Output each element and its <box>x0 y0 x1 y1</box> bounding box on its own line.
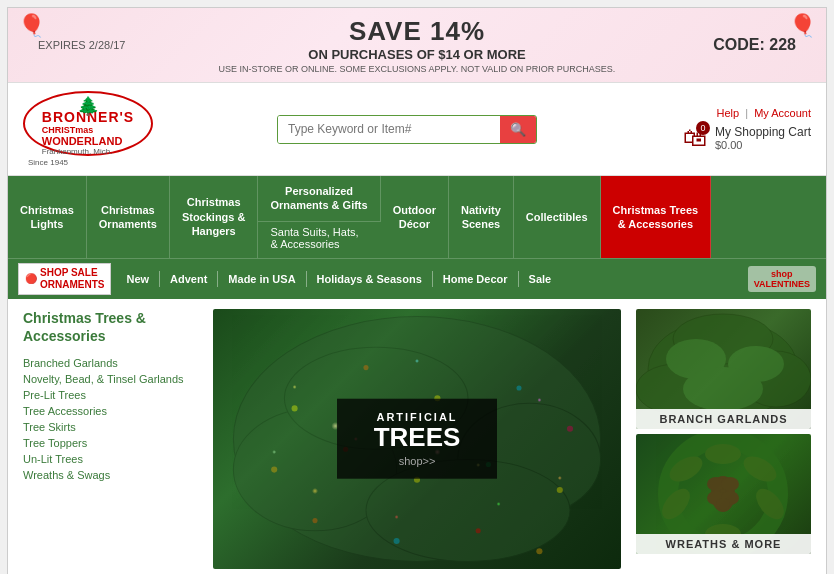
sidebar-link-un-lit[interactable]: Un-Lit Trees <box>23 451 198 467</box>
hero-image[interactable]: ARTIFICIAL TREES shop>> <box>213 309 621 569</box>
site-header: 🌲 BRONNER'S CHRISTmas WONDERLAND Franken… <box>8 83 826 176</box>
banner-on-purchases: ON PURCHASES OF $14 OR MORE <box>308 47 525 62</box>
logo-christmas: CHRISTmas <box>42 125 134 135</box>
svg-point-14 <box>557 487 563 493</box>
hero-title-main: TREES <box>357 422 477 451</box>
nav-item-nativity[interactable]: Nativity Scenes <box>449 176 514 258</box>
tree-icon: 🌲 <box>77 95 99 117</box>
banner-expires: EXPIRES 2/28/17 <box>38 39 125 51</box>
nav-row: Christmas Lights Christmas Ornaments Chr… <box>8 176 826 258</box>
logo-area[interactable]: 🌲 BRONNER'S CHRISTmas WONDERLAND Franken… <box>23 91 203 167</box>
svg-point-16 <box>394 538 400 544</box>
sale-badge[interactable]: 🔴 SHOP SALE ORNAMENTS <box>18 263 111 295</box>
sidebar-link-wreaths[interactable]: Wreaths & Swags <box>23 467 198 483</box>
search-form: 🔍 <box>277 115 537 144</box>
sub-nav: 🔴 SHOP SALE ORNAMENTS New Advent Made in… <box>8 258 826 299</box>
search-icon: 🔍 <box>510 122 526 137</box>
svg-point-25 <box>683 367 763 411</box>
ornament-icon: 🔴 <box>25 273 37 284</box>
branch-garlands-panel[interactable]: BRANCH GARLANDS <box>636 309 811 429</box>
sale-badge-label: SHOP SALE ORNAMENTS <box>40 267 104 291</box>
nav-item-collectibles[interactable]: Collectibles <box>514 176 601 258</box>
svg-point-18 <box>536 548 542 554</box>
nav-item-lights[interactable]: Christmas Lights <box>8 176 87 258</box>
valentines-badge[interactable]: shop VALENTINES <box>748 266 816 292</box>
cart-icon-wrap[interactable]: 🛍 0 <box>683 124 707 152</box>
sub-nav-holidays[interactable]: Holidays & Seasons <box>307 271 433 287</box>
logo-wonderland: WONDERLAND <box>42 135 134 147</box>
nav-item-outdoor[interactable]: Outdoor Décor <box>381 176 449 258</box>
sidebar-link-pre-lit[interactable]: Pre-Lit Trees <box>23 387 198 403</box>
nav-item-stockings[interactable]: Christmas Stockings & Hangers <box>170 176 259 258</box>
search-area: 🔍 <box>203 115 611 144</box>
sub-nav-links: New Advent Made in USA Holidays & Season… <box>116 271 742 287</box>
svg-point-8 <box>516 385 521 390</box>
logo-frankenmuth: Frankenmuth, Mich. <box>42 147 134 156</box>
nav-item-personalized[interactable]: Personalized Ornaments & Gifts <box>258 176 380 222</box>
header-right: Help | My Account 🛍 0 My Shopping Cart $… <box>611 107 811 152</box>
cart-count: 0 <box>696 121 710 135</box>
sidebar-link-novelty-garlands[interactable]: Novelty, Bead, & Tinsel Garlands <box>23 371 198 387</box>
search-button[interactable]: 🔍 <box>500 116 536 143</box>
svg-point-6 <box>363 365 368 370</box>
branch-garlands-label: BRANCH GARLANDS <box>636 409 811 429</box>
help-link[interactable]: Help <box>717 107 740 119</box>
cart-price: $0.00 <box>715 139 811 151</box>
account-link[interactable]: My Account <box>754 107 811 119</box>
sub-nav-new[interactable]: New <box>116 271 160 287</box>
sidebar-link-branched-garlands[interactable]: Branched Garlands <box>23 355 198 371</box>
svg-point-17 <box>476 528 481 533</box>
svg-point-5 <box>292 405 298 411</box>
search-input[interactable] <box>278 116 500 143</box>
svg-point-38 <box>716 498 730 510</box>
nav-item-trees[interactable]: Christmas Trees & Accessories <box>601 176 712 258</box>
sidebar: Christmas Trees &Accessories Branched Ga… <box>23 309 198 569</box>
wreaths-panel[interactable]: WREATHS & MORE <box>636 434 811 554</box>
logo[interactable]: 🌲 BRONNER'S CHRISTmas WONDERLAND Franken… <box>23 91 153 156</box>
svg-point-35 <box>721 477 739 491</box>
wreaths-label: WREATHS & MORE <box>636 534 811 554</box>
cart-area[interactable]: 🛍 0 My Shopping Cart $0.00 <box>683 124 811 152</box>
sub-nav-sale[interactable]: Sale <box>519 271 562 287</box>
sub-nav-advent[interactable]: Advent <box>160 271 218 287</box>
hero-shop-cta[interactable]: shop>> <box>357 455 477 467</box>
sidebar-link-tree-skirts[interactable]: Tree Skirts <box>23 419 198 435</box>
header-links: Help | My Account <box>717 107 811 119</box>
svg-point-31 <box>705 444 741 464</box>
banner-save: SAVE 14% <box>349 16 485 47</box>
banner-disclaimer: USE IN-STORE OR ONLINE. SOME EXCLUSIONS … <box>219 64 616 74</box>
sub-nav-made-in-usa[interactable]: Made in USA <box>218 271 306 287</box>
right-column: BRANCH GARLANDS <box>636 309 811 569</box>
nav-dropdown-santas[interactable]: Santa Suits, Hats,& Accessories <box>258 222 380 258</box>
logo-since: Since 1945 <box>28 158 68 167</box>
svg-point-9 <box>567 425 573 431</box>
main-content: Christmas Trees &Accessories Branched Ga… <box>8 299 826 574</box>
top-banner: 🎈 🎈 EXPIRES 2/28/17 SAVE 14% ON PURCHASE… <box>8 8 826 83</box>
balloon-left-icon: 🎈 <box>18 13 45 39</box>
hero-section: ARTIFICIAL TREES shop>> <box>213 309 621 569</box>
sidebar-link-tree-accessories[interactable]: Tree Accessories <box>23 403 198 419</box>
sub-nav-home-decor[interactable]: Home Decor <box>433 271 519 287</box>
cart-label: My Shopping Cart <box>715 125 811 139</box>
sidebar-title: Christmas Trees &Accessories <box>23 309 198 345</box>
svg-point-10 <box>271 466 277 472</box>
sidebar-link-tree-toppers[interactable]: Tree Toppers <box>23 435 198 451</box>
hero-overlay[interactable]: ARTIFICIAL TREES shop>> <box>337 398 497 479</box>
nav-section: Christmas Lights Christmas Ornaments Chr… <box>8 176 826 299</box>
svg-point-15 <box>312 518 317 523</box>
nav-item-ornaments[interactable]: Christmas Ornaments <box>87 176 170 258</box>
banner-code: CODE: 228 <box>713 36 796 54</box>
